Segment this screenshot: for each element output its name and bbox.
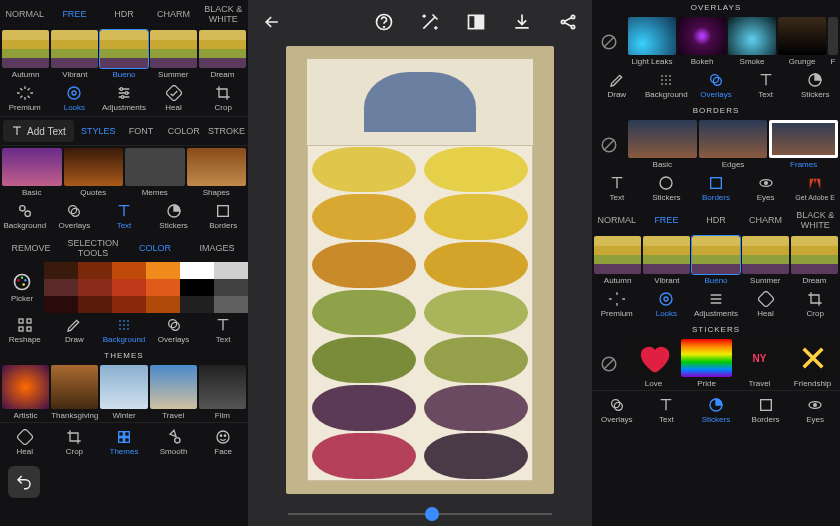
nav-borders-r[interactable]: Borders [741, 397, 791, 424]
tab-hdr-r[interactable]: HDR [691, 211, 741, 229]
tab-free[interactable]: FREE [50, 5, 100, 23]
text-style-shapes[interactable]: Shapes [187, 148, 247, 197]
tool-adjustments-r[interactable]: Adjustments [691, 291, 741, 318]
overlay-grunge[interactable]: Grunge [778, 17, 826, 66]
tool-stickers-layer[interactable]: Stickers [149, 203, 199, 230]
help-icon[interactable] [374, 12, 394, 32]
tool-eyes-r2[interactable]: Eyes [741, 175, 791, 202]
tool-adjustments[interactable]: Adjustments [99, 85, 149, 112]
wand-icon[interactable] [420, 12, 440, 32]
bg-tab-selection[interactable]: SELECTION TOOLS [62, 234, 124, 262]
swatch[interactable] [146, 262, 180, 279]
tool-overlays-r[interactable]: Overlays [691, 72, 741, 99]
overlay-none-button[interactable] [592, 33, 626, 51]
tool-background[interactable]: Background [99, 317, 149, 344]
nav-eyes-r[interactable]: Eyes [790, 397, 840, 424]
swatch[interactable] [44, 296, 78, 313]
tool-overlays-layer[interactable]: Overlays [50, 203, 100, 230]
theme-film[interactable]: Film [199, 365, 246, 420]
tool-looks-r[interactable]: Looks [642, 291, 692, 318]
look-autumn-r[interactable]: Autumn [594, 236, 641, 285]
tool-text-r2[interactable]: Text [592, 175, 642, 202]
tool-heal[interactable]: Heal [149, 85, 199, 112]
swatch[interactable] [180, 279, 214, 296]
look-summer[interactable]: Summer [150, 30, 197, 79]
swatch[interactable] [112, 279, 146, 296]
undo-button[interactable] [8, 466, 40, 498]
tool-background-layer[interactable]: Background [0, 203, 50, 230]
look-dream[interactable]: Dream [199, 30, 246, 79]
tool-premium-r[interactable]: Premium [592, 291, 642, 318]
tool-adobe[interactable]: Get Adobe E [790, 176, 840, 201]
color-picker-button[interactable]: Picker [0, 262, 44, 313]
nav-text-r[interactable]: Text [642, 397, 692, 424]
tool-reshape[interactable]: Reshape [0, 317, 50, 344]
tab-free-r[interactable]: FREE [642, 211, 692, 229]
look-dream-r[interactable]: Dream [791, 236, 838, 285]
border-none-button[interactable] [592, 136, 626, 154]
bg-tab-color[interactable]: COLOR [124, 239, 186, 257]
tool-background-r[interactable]: Background [642, 72, 692, 99]
tool-stickers-r[interactable]: Stickers [790, 72, 840, 99]
text-tab-color[interactable]: COLOR [162, 122, 205, 140]
tool-borders-r2[interactable]: Borders [691, 175, 741, 202]
swatch[interactable] [146, 296, 180, 313]
tool-premium[interactable]: Premium [0, 85, 50, 112]
text-style-quotes[interactable]: Quotes [64, 148, 124, 197]
tool-stickers-r2[interactable]: Stickers [642, 175, 692, 202]
text-style-memes[interactable]: Memes [125, 148, 185, 197]
look-summer-r[interactable]: Summer [742, 236, 789, 285]
look-bueno[interactable]: Bueno [100, 30, 147, 79]
swatch[interactable] [214, 262, 248, 279]
look-vibrant[interactable]: Vibrant [51, 30, 98, 79]
nav-crop[interactable]: Crop [50, 429, 100, 456]
tab-bw[interactable]: BLACK & WHITE [198, 0, 248, 28]
nav-stickers-r[interactable]: Stickers [691, 397, 741, 424]
tool-looks[interactable]: Looks [50, 85, 100, 112]
nav-face[interactable]: Face [198, 429, 248, 456]
bg-tab-remove[interactable]: REMOVE [0, 239, 62, 257]
tool-heal-r[interactable]: Heal [741, 291, 791, 318]
swatch[interactable] [112, 296, 146, 313]
theme-travel[interactable]: Travel [150, 365, 197, 420]
tool-borders-layer[interactable]: Borders [198, 203, 248, 230]
slider-thumb[interactable] [425, 507, 439, 521]
nav-themes[interactable]: Themes [99, 429, 149, 456]
swatch[interactable] [78, 296, 112, 313]
swatch[interactable] [214, 279, 248, 296]
swatch[interactable] [146, 279, 180, 296]
text-tab-font[interactable]: FONT [120, 122, 163, 140]
swatch[interactable] [112, 262, 146, 279]
tool-text-layer[interactable]: Text [99, 203, 149, 230]
overlay-smoke[interactable]: Smoke [728, 17, 776, 66]
tool-text-r[interactable]: Text [741, 72, 791, 99]
theme-thanksgiving[interactable]: Thanksgiving [51, 365, 98, 420]
tool-draw[interactable]: Draw [50, 317, 100, 344]
tab-charm[interactable]: CHARM [149, 5, 199, 23]
sticker-pride[interactable]: Pride [681, 339, 732, 388]
overlay-lightleaks[interactable]: Light Leaks [628, 17, 676, 66]
theme-artistic[interactable]: Artistic [2, 365, 49, 420]
border-basic[interactable]: Basic [628, 120, 697, 169]
theme-winter[interactable]: Winter [100, 365, 147, 420]
share-icon[interactable] [558, 12, 578, 32]
tab-normal-r[interactable]: NORMAL [592, 211, 642, 229]
swatch[interactable] [44, 279, 78, 296]
swatch[interactable] [180, 262, 214, 279]
tab-normal[interactable]: NORMAL [0, 5, 50, 23]
bg-tab-images[interactable]: IMAGES [186, 239, 248, 257]
sticker-none-button[interactable] [592, 355, 626, 373]
look-autumn[interactable]: Autumn [2, 30, 49, 79]
tab-hdr[interactable]: HDR [99, 5, 149, 23]
intensity-slider[interactable] [248, 502, 592, 526]
text-tab-styles[interactable]: STYLES [77, 122, 120, 140]
look-bueno-r[interactable]: Bueno [692, 236, 739, 285]
nav-smooth[interactable]: Smooth [149, 429, 199, 456]
swatch[interactable] [180, 296, 214, 313]
swatch[interactable] [214, 296, 248, 313]
photo-canvas[interactable] [286, 46, 554, 494]
sticker-love[interactable]: Love [628, 339, 679, 388]
tab-charm-r[interactable]: CHARM [741, 211, 791, 229]
look-vibrant-r[interactable]: Vibrant [643, 236, 690, 285]
overlay-bokeh[interactable]: Bokeh [678, 17, 726, 66]
